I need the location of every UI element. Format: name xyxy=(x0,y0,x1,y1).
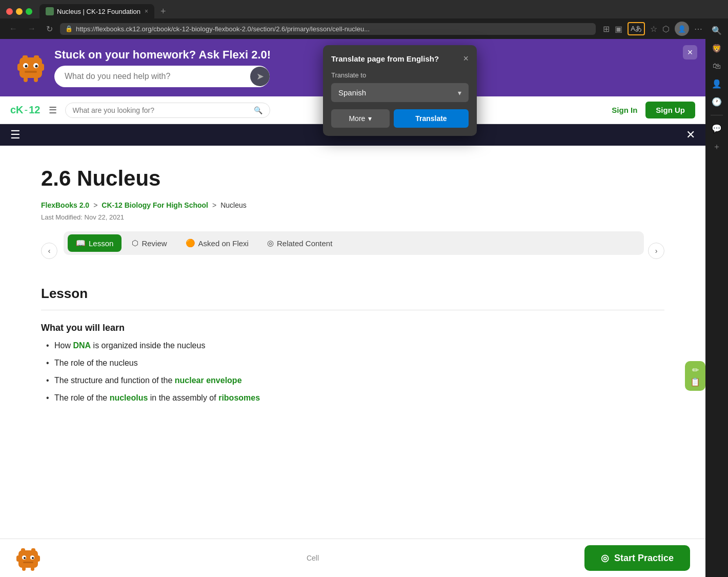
translate-popup-close-button[interactable]: × xyxy=(463,53,469,64)
more-icon[interactable]: ⋯ xyxy=(694,24,702,34)
banner-submit-button[interactable]: ➤ xyxy=(250,67,270,86)
sign-up-button[interactable]: Sign Up xyxy=(645,102,695,118)
breadcrumb-biology[interactable]: CK-12 Biology For High School xyxy=(102,201,208,209)
lesson-tab-label: Lesson xyxy=(89,239,113,248)
profile-icon[interactable]: 👤 xyxy=(675,22,689,36)
lesson-heading: Lesson xyxy=(41,286,664,302)
svg-rect-14 xyxy=(31,548,35,552)
translate-button[interactable]: Translate xyxy=(394,109,469,128)
svg-point-18 xyxy=(32,557,34,559)
start-practice-button[interactable]: ◎ Start Practice xyxy=(584,545,690,571)
tab-review[interactable]: ⬡ Review xyxy=(124,234,175,252)
tab-lesson[interactable]: 📖 Lesson xyxy=(68,234,122,252)
article-area: 2.6 Nucleus FlexBooks 2.0 > CK-12 Biolog… xyxy=(0,146,705,539)
practice-icon: ◎ xyxy=(601,552,609,564)
lock-icon: 🔒 xyxy=(65,25,73,32)
dna-link[interactable]: DNA xyxy=(73,341,91,350)
svg-rect-20 xyxy=(16,555,20,562)
svg-rect-8 xyxy=(17,64,22,71)
flexi-tab-icon: 🟠 xyxy=(186,238,195,248)
breadcrumb-current: Nucleus xyxy=(220,201,247,209)
tab-bar: Nucleus | CK-12 Foundation × + xyxy=(0,0,728,18)
rs-history-icon[interactable]: 🕐 xyxy=(712,97,722,107)
svg-rect-1 xyxy=(23,55,28,59)
wallet-icon[interactable]: ⬡ xyxy=(662,24,670,34)
bottom-cell-label: Cell xyxy=(41,554,584,562)
article-title: 2.6 Nucleus xyxy=(41,166,664,191)
rs-brave-icon[interactable]: 🦁 xyxy=(712,44,722,53)
rs-plus-icon[interactable]: ＋ xyxy=(713,142,721,152)
list-item: The role of the nucleolus in the assembl… xyxy=(46,392,664,404)
translate-popup-header: Translate page from English? × xyxy=(331,53,469,64)
nuclear-envelope-link[interactable]: nuclear envelope xyxy=(175,376,242,385)
more-button[interactable]: More ▾ xyxy=(331,109,390,128)
tabs-container: 📖 Lesson ⬡ Review 🟠 Asked on Flexi ◎ Rel… xyxy=(64,231,644,255)
breadcrumb-sep1: > xyxy=(93,201,97,209)
svg-rect-12 xyxy=(18,550,38,568)
svg-point-5 xyxy=(25,65,28,68)
refresh-button[interactable]: ↻ xyxy=(43,23,56,35)
svg-rect-22 xyxy=(22,567,26,571)
float-edit-button[interactable]: ✏ 📋 xyxy=(685,361,705,391)
tab-related-content[interactable]: ◎ Related Content xyxy=(259,234,340,252)
tab-asked-on-flexi[interactable]: 🟠 Asked on Flexi xyxy=(177,234,257,252)
svg-rect-13 xyxy=(21,548,25,552)
translate-language-select[interactable]: Spanish ▾ xyxy=(331,83,469,102)
menu-icon[interactable]: ☰ xyxy=(10,128,21,142)
rs-search-icon[interactable]: 🔍 xyxy=(712,26,722,35)
logo-ck-text: cK xyxy=(10,104,24,116)
new-tab-button[interactable]: + xyxy=(160,6,166,17)
nucleolus-link[interactable]: nucleolus xyxy=(110,393,148,402)
nav-search[interactable]: 🔍 xyxy=(65,103,270,118)
svg-rect-2 xyxy=(34,55,39,59)
back-button[interactable]: ← xyxy=(6,23,21,34)
tab-close-button[interactable]: × xyxy=(145,8,148,15)
review-tab-label: Review xyxy=(141,239,167,248)
review-tab-icon: ⬡ xyxy=(132,238,138,248)
star-icon[interactable]: ☆ xyxy=(650,24,657,34)
ck12-logo[interactable]: cK - 12 xyxy=(10,104,41,116)
banner-input[interactable] xyxy=(54,66,270,87)
more-chevron-icon: ▾ xyxy=(368,114,372,123)
svg-rect-9 xyxy=(40,64,44,71)
rs-user-icon[interactable]: 👤 xyxy=(712,79,722,89)
bottom-mascot xyxy=(15,545,41,571)
banner-left xyxy=(15,51,46,84)
svg-rect-23 xyxy=(31,567,34,571)
traffic-lights xyxy=(6,8,32,15)
breadcrumb-flexbooks[interactable]: FlexBooks 2.0 xyxy=(41,201,89,209)
maximize-traffic-light[interactable] xyxy=(26,8,32,15)
bottom-bar: Cell ◎ Start Practice xyxy=(0,539,705,577)
svg-point-17 xyxy=(24,557,26,559)
rs-chat-icon[interactable]: 💬 xyxy=(712,124,722,133)
pip-icon[interactable]: ▣ xyxy=(615,24,622,34)
rs-divider xyxy=(711,115,723,115)
close-traffic-light[interactable] xyxy=(6,8,13,15)
ribosomes-link[interactable]: ribosomes xyxy=(218,393,260,402)
forward-button[interactable]: → xyxy=(25,23,39,34)
banner-input-row: ➤ xyxy=(54,66,271,87)
translate-icon-button[interactable]: Aあ xyxy=(628,22,645,35)
browser-toolbar: ⊞ ▣ Aあ ☆ ⬡ 👤 ⋯ B xyxy=(603,22,722,36)
tab-nav-right-button[interactable]: › xyxy=(648,243,664,259)
translate-actions: More ▾ Translate xyxy=(331,109,469,128)
sign-in-link[interactable]: Sign In xyxy=(612,106,637,114)
url-display: https://flexbooks.ck12.org/cbook/ck-12-b… xyxy=(76,25,591,33)
svg-point-6 xyxy=(35,65,38,68)
search-input[interactable] xyxy=(73,106,250,114)
flexi-tab-label: Asked on Flexi xyxy=(198,239,249,248)
wrench-icon[interactable]: ✕ xyxy=(686,128,695,142)
svg-rect-11 xyxy=(34,77,38,82)
rs-bag-icon[interactable]: 🛍 xyxy=(713,62,721,71)
svg-rect-19 xyxy=(23,562,33,563)
address-bar-row: ← → ↻ 🔒 https://flexbooks.ck12.org/cbook… xyxy=(0,18,728,39)
tab-favicon xyxy=(46,7,54,15)
minimize-traffic-light[interactable] xyxy=(16,8,23,15)
banner-close-button[interactable]: × xyxy=(683,45,697,59)
filter-icon[interactable]: ☰ xyxy=(49,105,57,116)
active-tab[interactable]: Nucleus | CK-12 Foundation × xyxy=(39,4,154,18)
reader-view-icon[interactable]: ⊞ xyxy=(603,24,610,34)
address-bar[interactable]: 🔒 https://flexbooks.ck12.org/cbook/ck-12… xyxy=(60,23,596,35)
tab-nav-left-button[interactable]: ‹ xyxy=(41,243,57,259)
bottom-flexi-mascot xyxy=(15,545,41,571)
